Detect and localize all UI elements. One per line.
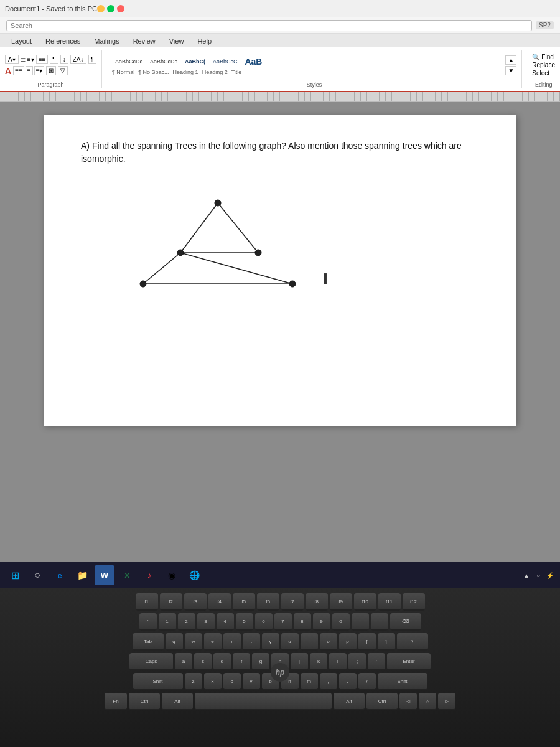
key-backslash[interactable]: \ [397,633,428,651]
replace-btn[interactable]: Replace [532,62,555,68]
key-f8[interactable]: f8 [306,593,328,611]
key-x[interactable]: x [204,673,222,690]
key-semicolon[interactable]: ; [348,653,366,670]
key-u[interactable]: u [281,633,299,651]
tray-network-icon[interactable]: ▲ [521,570,531,580]
key-3[interactable]: 3 [197,613,215,631]
key-e[interactable]: e [204,633,222,651]
key-1[interactable]: 1 [159,613,176,631]
key-f11[interactable]: f11 [378,593,401,611]
key-lbracket[interactable]: [ [358,633,376,651]
key-8[interactable]: 8 [294,613,311,631]
key-f10[interactable]: f10 [354,593,376,611]
key-minus[interactable]: - [352,613,369,631]
key-l[interactable]: l [329,653,347,670]
tab-review[interactable]: Review [127,35,162,47]
taskbar-excel-btn[interactable]: X [117,565,137,585]
minimize-btn[interactable] [97,5,105,12]
key-quote[interactable]: ' [368,653,385,670]
taskbar-search-btn[interactable]: ○ [27,565,47,585]
key-equals[interactable]: = [371,613,388,631]
taskbar-edge-btn[interactable]: e [50,565,70,585]
find-btn[interactable]: 🔍 Find [532,54,553,60]
key-y[interactable]: y [262,633,279,651]
key-i[interactable]: i [301,633,318,651]
pilcrow-icon[interactable]: ¶ [88,55,96,64]
taskbar-file-btn[interactable]: 📁 [72,565,92,585]
key-f5[interactable]: f5 [233,593,255,611]
style-aabbcc[interactable]: AaBbC( [182,57,208,66]
key-fn[interactable]: Fn [105,693,127,710]
key-5[interactable]: 5 [236,613,253,631]
key-f1[interactable]: f1 [136,593,158,611]
style-aabbccdc-2[interactable]: AaBbCcDc [147,57,180,66]
tab-layout[interactable]: Layout [5,35,38,47]
key-right[interactable]: ▷ [438,693,455,710]
key-m[interactable]: m [301,673,318,690]
key-f4[interactable]: f4 [208,593,231,611]
key-6[interactable]: 6 [255,613,273,631]
tab-view[interactable]: View [163,35,190,47]
table-icon[interactable]: ⊞ [46,66,56,75]
key-caps[interactable]: Caps [129,653,173,670]
key-lalt[interactable]: Alt [162,693,193,710]
maximize-btn[interactable] [107,5,114,12]
document-page[interactable]: A) Find all the spanning Trees in the fo… [44,115,516,426]
style-aabbccc[interactable]: AaBbCcC [210,57,241,66]
tab-references[interactable]: References [39,35,86,47]
taskbar-windows-btn[interactable]: ⊞ [5,565,25,585]
key-t[interactable]: t [243,633,260,651]
taskbar-browser2-btn[interactable]: 🌐 [184,565,204,585]
key-space[interactable] [195,693,332,710]
select-btn[interactable]: Select [532,70,549,77]
key-g[interactable]: g [252,653,269,670]
key-f[interactable]: f [233,653,250,670]
key-backtick[interactable]: ` [139,613,157,631]
key-f2[interactable]: f2 [160,593,182,611]
key-rctrl[interactable]: Ctrl [366,693,398,710]
close-btn[interactable] [117,5,124,12]
key-w[interactable]: w [185,633,202,651]
key-s[interactable]: s [194,653,212,670]
key-period[interactable]: . [339,673,357,690]
key-up[interactable]: △ [419,693,436,710]
key-k[interactable]: k [310,653,327,670]
key-f7[interactable]: f7 [281,593,304,611]
key-0[interactable]: 0 [332,613,350,631]
key-ralt[interactable]: Alt [334,693,365,710]
clear-format-icon[interactable]: ≡≡ [36,55,49,64]
key-9[interactable]: 9 [313,613,330,631]
style-aabbccdc-1[interactable]: AaBbCcDc [112,57,146,66]
font-color-a[interactable]: A [5,66,11,76]
key-a[interactable]: a [175,653,192,670]
key-slash[interactable]: / [358,673,376,690]
style-aab-big[interactable]: AaB [241,55,265,68]
key-comma[interactable]: , [320,673,337,690]
search-input[interactable] [6,20,532,31]
key-v[interactable]: v [243,673,260,690]
tab-help[interactable]: Help [191,35,218,47]
key-left[interactable]: ◁ [399,693,417,710]
shading-icon[interactable]: ▽ [58,66,68,75]
tray-volume-icon[interactable]: ○ [533,570,543,580]
format-icon[interactable]: ¶ [50,55,58,64]
sort-icon[interactable]: ZA↓ [70,55,86,64]
taskbar-music-btn[interactable]: ♪ [139,565,159,585]
key-j[interactable]: j [291,653,308,670]
key-tab[interactable]: Tab [133,633,164,651]
key-4[interactable]: 4 [217,613,234,631]
key-7[interactable]: 7 [274,613,292,631]
key-f9[interactable]: f9 [330,593,352,611]
tray-wifi-icon[interactable]: ⚡ [545,570,555,580]
key-f12[interactable]: f12 [403,593,425,611]
key-q[interactable]: q [166,633,183,651]
key-f3[interactable]: f3 [184,593,207,611]
taskbar-chrome-btn[interactable]: ◉ [162,565,182,585]
styles-scroll-down[interactable]: ▼ [505,66,516,75]
key-2[interactable]: 2 [178,613,195,631]
font-selector[interactable]: A▾ [5,55,19,64]
key-z[interactable]: z [185,673,202,690]
styles-scroll-up[interactable]: ▲ [505,55,516,65]
key-rbracket[interactable]: ] [378,633,395,651]
tab-mailings[interactable]: Mailings [88,35,125,47]
